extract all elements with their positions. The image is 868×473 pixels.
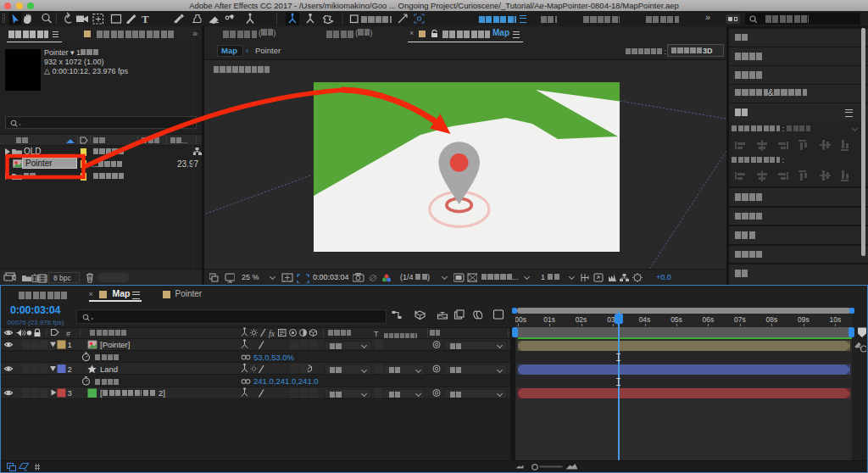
- svg-text:T: T: [142, 13, 149, 25]
- svg-text:T: T: [374, 330, 379, 338]
- svg-text:fx: fx: [269, 330, 275, 338]
- svg-text:#: #: [66, 330, 70, 338]
